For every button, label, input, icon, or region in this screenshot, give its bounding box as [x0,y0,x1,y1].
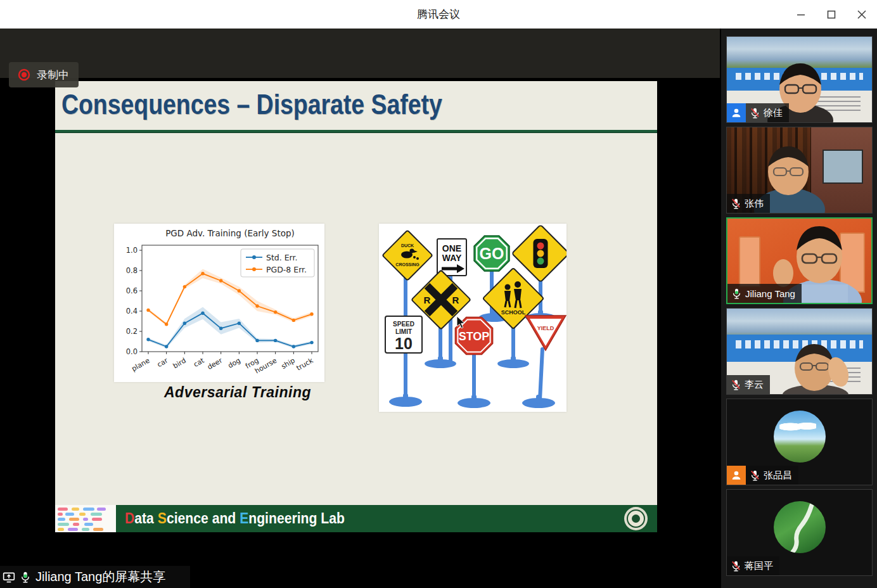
screen-share-banner: Jiliang Tang的屏幕共享 [0,566,190,588]
svg-text:WAY: WAY [442,253,462,263]
avatar [774,501,826,553]
muted-mic-icon [750,107,760,119]
window-title: 腾讯会议 [417,7,460,22]
svg-text:0.2: 0.2 [126,327,138,336]
maximize-button[interactable] [816,0,847,29]
svg-text:0.6: 0.6 [126,286,138,295]
avatar [774,411,826,463]
screen-share-icon [3,571,15,584]
svg-text:SPEED: SPEED [393,321,414,328]
participant-tile-zhangwei[interactable]: 张伟 [726,127,873,214]
active-mic-icon [20,571,31,584]
pgd-chart: PGD Adv. Training (Early Stop)0.00.20.40… [114,224,324,382]
svg-text:SCHOOL: SCHOOL [501,309,526,316]
lab-logo [55,505,116,532]
pgd-chart-panel: PGD Adv. Training (Early Stop)0.00.20.40… [114,224,324,382]
duck-crossing-sign: DUCK CROSSING [382,230,432,280]
record-dot-icon [18,68,30,81]
participant-tile-liyun[interactable]: 李云 [726,308,873,395]
svg-text:YIELD: YIELD [537,325,554,331]
participant-label: 张伟 [727,194,770,213]
svg-text:car: car [156,356,170,369]
traffic-signs-image: DUCK CROSSING ONE WAY [379,224,567,412]
host-badge-icon [727,466,746,485]
maximize-icon [827,10,836,19]
participant-tile-zhangpinchang[interactable]: 张品昌 [726,399,873,485]
speed-limit-sign: SPEED LIMIT 10 [385,316,422,353]
svg-text:R: R [424,295,431,305]
svg-text:DUCK: DUCK [401,243,414,248]
slide-caption: Adversarial Training [164,384,311,401]
svg-text:10: 10 [395,335,413,352]
participant-tile-xujia[interactable]: 徐佳 [726,36,873,123]
university-seal [624,507,648,530]
svg-text:0.4: 0.4 [126,307,138,316]
svg-text:PGD-8 Err.: PGD-8 Err. [266,265,307,274]
participant-name: 徐佳 [764,107,783,119]
lab-name: Data Science and Engineering Lab [125,505,345,532]
svg-text:truck: truck [295,356,315,373]
participant-name: 蒋国平 [745,560,773,572]
one-way-sign: ONE WAY [437,239,466,276]
participants-sidebar[interactable]: 徐佳 [721,29,877,588]
slide-title-rule [55,130,657,133]
close-icon [857,10,866,19]
cohost-badge-icon [727,103,746,122]
svg-text:deer: deer [206,356,224,371]
participant-name: 张品昌 [764,470,792,482]
go-sign: GO [474,236,509,271]
traffic-signs-graphic: DUCK CROSSING ONE WAY [379,224,567,412]
minimize-icon [797,10,805,19]
participant-name: Jiliang Tang [745,288,795,299]
stage-top-band [0,29,720,78]
participant-label: 李云 [727,375,770,394]
slide-footer-bar: Data Science and Engineering Lab [55,505,657,532]
muted-mic-icon [731,560,741,572]
recording-indicator: 录制中 [9,62,79,87]
svg-text:CROSSING: CROSSING [395,262,419,267]
svg-text:R: R [452,295,459,305]
svg-text:bird: bird [172,356,188,370]
svg-text:0.8: 0.8 [126,266,138,275]
svg-text:GO: GO [480,245,504,262]
svg-text:dog: dog [226,356,241,370]
screen-share-label: Jiliang Tang的屏幕共享 [35,568,165,585]
participant-label: 蒋国平 [727,556,779,575]
traffic-light-sign [512,225,567,283]
svg-text:ship: ship [280,356,297,371]
participant-tile-jiliangtang[interactable]: Jiliang Tang [726,217,873,304]
muted-mic-icon [731,379,741,391]
svg-text:cat: cat [192,356,206,369]
participant-name: 李云 [745,379,764,391]
minimize-button[interactable] [786,0,816,29]
participant-label: Jiliang Tang [727,284,802,303]
svg-text:Std. Err.: Std. Err. [266,253,298,262]
svg-text:1.0: 1.0 [126,246,138,255]
yield-sign: YIELD [525,316,566,350]
slide-title: Consequences – Disparate Safety [61,89,442,120]
participant-tile-jiangguoping[interactable]: 蒋国平 [726,489,873,576]
participant-label: 张品昌 [727,466,798,485]
close-button[interactable] [847,0,877,29]
active-mic-icon [731,288,742,300]
participant-name: 张伟 [745,198,764,210]
svg-text:PGD Adv. Training (Early Stop): PGD Adv. Training (Early Stop) [165,228,295,238]
recording-label: 录制中 [37,68,69,82]
muted-mic-icon [750,470,760,482]
window-controls [786,0,877,29]
svg-text:STOP: STOP [459,330,490,343]
muted-mic-icon [731,198,741,210]
svg-text:ONE: ONE [442,243,461,253]
meeting-main-area: 录制中 Consequences – Disparate Safety PGD … [0,29,877,588]
window-titlebar: 腾讯会议 [0,0,877,29]
mouse-cursor [456,316,466,329]
svg-text:0.0: 0.0 [126,347,138,356]
shared-slide: Consequences – Disparate Safety PGD Adv.… [55,81,657,532]
svg-text:plane: plane [131,356,151,373]
participant-face [776,342,865,395]
participant-label: 徐佳 [727,103,789,122]
